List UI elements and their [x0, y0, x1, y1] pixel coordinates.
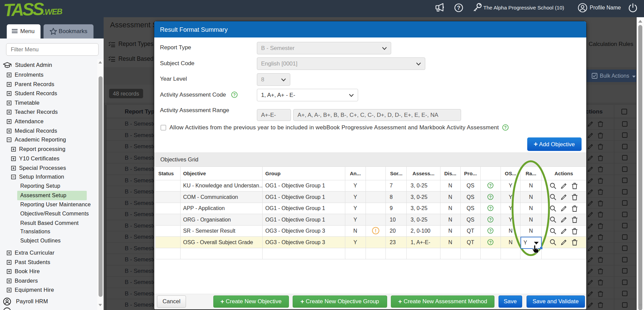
svg-text:?: ? — [457, 5, 460, 11]
svg-text:?: ? — [489, 195, 492, 199]
svg-text:?: ? — [489, 240, 492, 244]
svg-text:?: ? — [233, 93, 236, 97]
svg-text:?: ? — [489, 217, 492, 222]
svg-text:?: ? — [489, 206, 492, 211]
svg-text:?: ? — [504, 125, 507, 130]
svg-text:?: ? — [489, 183, 492, 188]
svg-text:?: ? — [489, 229, 492, 233]
svg-text:!: ! — [375, 228, 377, 233]
